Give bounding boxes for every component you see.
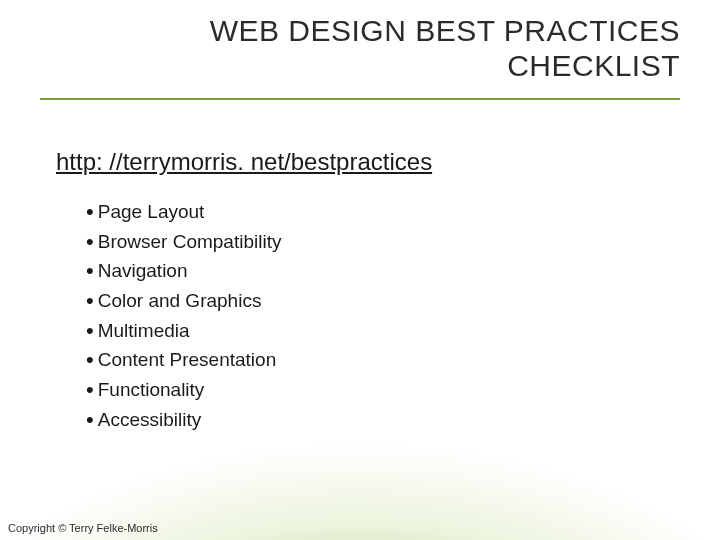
- title-divider: [40, 98, 680, 100]
- bullet-list: Page Layout Browser Compatibility Naviga…: [86, 196, 281, 434]
- list-item: Content Presentation: [86, 344, 281, 374]
- list-item: Navigation: [86, 255, 281, 285]
- list-item: Color and Graphics: [86, 285, 281, 315]
- list-item: Browser Compatibility: [86, 226, 281, 256]
- copyright-text: Copyright © Terry Felke-Morris: [8, 522, 158, 534]
- list-item: Page Layout: [86, 196, 281, 226]
- list-item: Multimedia: [86, 315, 281, 345]
- best-practices-link[interactable]: http: //terrymorris. net/bestpractices: [56, 148, 432, 176]
- list-item: Accessibility: [86, 404, 281, 434]
- slide-title: WEB DESIGN BEST PRACTICES CHECKLIST: [120, 14, 680, 83]
- title-line-2: CHECKLIST: [507, 49, 680, 82]
- list-item: Functionality: [86, 374, 281, 404]
- slide: WEB DESIGN BEST PRACTICES CHECKLIST http…: [0, 0, 720, 540]
- page-number: 31: [692, 517, 706, 532]
- title-line-1: WEB DESIGN BEST PRACTICES: [210, 14, 680, 47]
